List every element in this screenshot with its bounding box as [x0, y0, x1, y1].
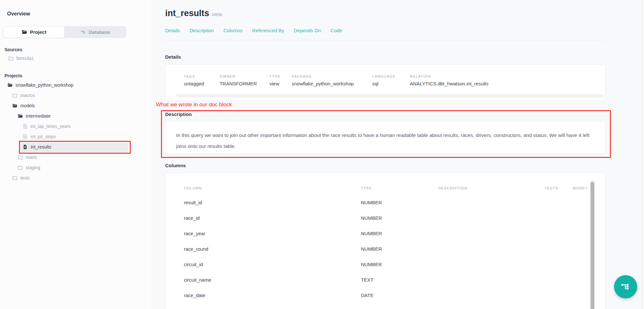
tab-bar: Details Description Columns Referenced B…	[165, 28, 342, 33]
description-body: In this query we want to join out other …	[176, 130, 592, 152]
sidebar-item-tests[interactable]: tests	[0, 173, 151, 183]
columns-section-title: Columns	[165, 163, 186, 168]
sidebar-item-snowflake-python-workshop[interactable]: snowflake_python_workshop	[0, 80, 151, 90]
field-relation: RELATION ANALYTICS.dbt_hwatson.int_resul…	[410, 74, 599, 86]
columns-card: COLUMN TYPE DESCRIPTION TESTS MORE? resu…	[165, 173, 605, 309]
sidebar-item-label: models	[20, 103, 35, 108]
table-scrollbar-thumb[interactable]	[591, 182, 594, 309]
file-icon	[23, 124, 28, 129]
sidebar-item-int-lap-times-years[interactable]: int_lap_times_years	[0, 121, 151, 131]
table-row-race-year[interactable]: race_year NUMBER	[166, 226, 605, 241]
toggle-database[interactable]: Database	[65, 26, 126, 38]
sidebar-item-label: int_results	[31, 144, 51, 150]
folder-open-icon	[7, 82, 13, 88]
header-column: COLUMN	[184, 186, 361, 190]
header-tests: TESTS	[545, 186, 573, 190]
projects-header: Projects	[5, 73, 22, 78]
table-row-race-id[interactable]: race_id NUMBER	[166, 210, 605, 226]
sidebar-item-intermediate[interactable]: intermediate	[0, 111, 151, 121]
columns-table-body: result_id NUMBER race_id NUMBER race_yea…	[166, 195, 605, 309]
sidebar-item-label: snowflake_python_workshop	[15, 82, 73, 88]
sidebar-item-formula1[interactable]: formula1	[0, 53, 151, 63]
view-toggle: Project Database	[3, 26, 126, 38]
tab-code[interactable]: Code	[331, 28, 342, 33]
overview-title: Overview	[7, 11, 30, 17]
description-section-title: Description	[165, 111, 192, 117]
field-type: TYPE view	[270, 74, 292, 86]
sidebar-item-label: marts	[26, 155, 37, 160]
table-row-race-round[interactable]: race_round NUMBER	[166, 241, 605, 256]
tab-referenced-by[interactable]: Referenced By	[252, 28, 284, 33]
toggle-project-label: Project	[30, 29, 46, 35]
tab-description[interactable]: Description	[190, 28, 214, 33]
selected-item-wrap: int_results	[0, 142, 151, 152]
folder-icon	[12, 93, 17, 98]
sidebar-item-label: intermediate	[26, 113, 51, 119]
description-card: In this query we want to join out other …	[165, 121, 605, 154]
lineage-tree-icon	[81, 30, 86, 34]
sidebar-item-marts[interactable]: marts	[0, 152, 151, 162]
details-fields: TAGS untagged OWNER TRANSFORMER TYPE vie…	[184, 74, 599, 86]
field-package: PACKAGE snowflake_python_workshop	[292, 74, 372, 86]
table-row-circuit-name[interactable]: circuit_name TEXT	[166, 272, 605, 287]
header-description: DESCRIPTION	[438, 186, 545, 190]
tab-bar-divider	[161, 40, 606, 40]
lineage-graph-button[interactable]	[614, 275, 637, 298]
sidebar-item-int-pit-stops[interactable]: int_pit_stops	[0, 131, 151, 142]
folder-icon	[18, 155, 23, 160]
sidebar-item-int-results[interactable]: int_results	[0, 142, 151, 152]
tab-columns[interactable]: Columns	[223, 28, 242, 33]
projects-tree: snowflake_python_workshop macros models …	[0, 80, 151, 183]
dbt-docs-app: Overview Project Database Sources	[0, 0, 644, 309]
folder-open-icon	[18, 113, 23, 119]
file-icon	[23, 134, 28, 139]
sidebar-item-label: int_lap_times_years	[31, 124, 71, 129]
sidebar-item-label: int_pit_stops	[31, 134, 56, 139]
tab-details[interactable]: Details	[165, 28, 180, 33]
folder-open-icon	[22, 29, 27, 35]
sidebar-item-label: staging	[26, 165, 40, 170]
model-type-subtitle: view	[212, 12, 222, 17]
sources-tree: formula1	[0, 53, 151, 63]
field-language: LANGUAGE sql	[372, 74, 410, 86]
table-row-race-time[interactable]: race_time TIME	[166, 303, 605, 309]
annotation-text: What we wrote in our doc block	[156, 101, 232, 108]
sidebar-item-label: tests	[20, 175, 30, 180]
page-title: int_resultsview	[165, 8, 222, 18]
sidebar-item-staging[interactable]: staging	[0, 162, 151, 173]
details-card: TAGS untagged OWNER TRANSFORMER TYPE vie…	[165, 64, 605, 101]
folder-icon	[18, 165, 23, 170]
table-row-race-date[interactable]: race_date DATE	[166, 287, 605, 303]
folder-open-icon	[12, 103, 17, 108]
page-scrollbar[interactable]	[642, 0, 644, 309]
table-row-result-id[interactable]: result_id NUMBER	[166, 195, 605, 210]
model-name: int_results	[165, 8, 209, 18]
sidebar-item-models[interactable]: models	[0, 101, 151, 111]
toggle-database-label: Database	[89, 29, 110, 35]
folder-icon	[12, 175, 17, 180]
file-filled-icon	[23, 144, 28, 150]
header-type: TYPE	[361, 186, 438, 190]
lineage-graph-icon	[620, 282, 631, 292]
sidebar-item-label: macros	[20, 93, 35, 98]
toggle-project[interactable]: Project	[3, 26, 65, 38]
folder-icon	[8, 56, 14, 61]
field-tags: TAGS untagged	[184, 74, 220, 86]
tab-depends-on[interactable]: Depends On	[294, 28, 321, 33]
details-card-footer-strip	[176, 94, 604, 98]
sidebar-item-macros[interactable]: macros	[0, 90, 151, 101]
sources-header: Sources	[5, 47, 22, 52]
sidebar-item-label: formula1	[16, 56, 34, 61]
field-owner: OWNER TRANSFORMER	[220, 74, 270, 86]
table-row-circuit-id[interactable]: circuit_id NUMBER	[166, 256, 605, 272]
sidebar: Overview Project Database Sources	[0, 0, 151, 309]
details-section-title: Details	[165, 54, 181, 60]
columns-table-header: COLUMN TYPE DESCRIPTION TESTS MORE?	[166, 184, 605, 193]
